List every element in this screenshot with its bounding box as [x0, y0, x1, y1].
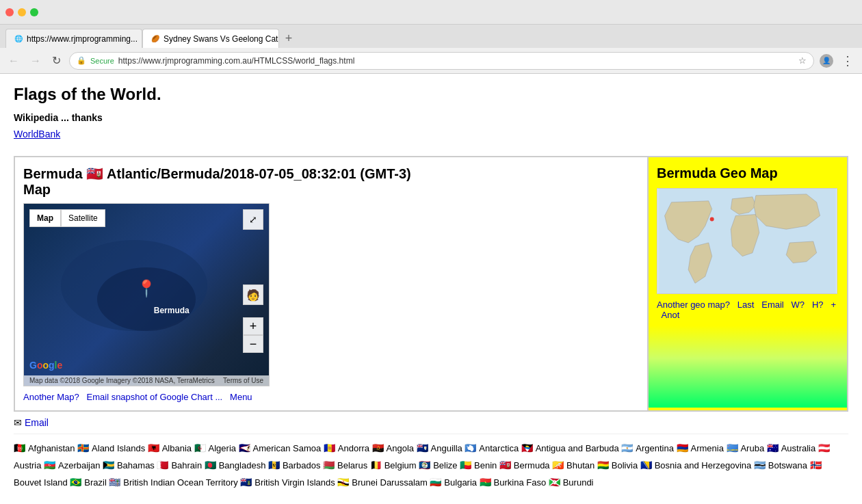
country-link[interactable]: Australia	[781, 443, 816, 453]
country-flag-emoji: 🇧🇫	[480, 477, 494, 488]
secure-label: Secure	[90, 57, 114, 65]
map-links: Another Map? Email snapshot of Google Ch…	[23, 392, 639, 402]
country-link[interactable]: Andorra	[338, 443, 369, 453]
zoom-out-button[interactable]: −	[243, 335, 263, 353]
country-link[interactable]: Bhutan	[566, 460, 595, 470]
chrome-menu-button[interactable]: ⋮	[839, 51, 857, 71]
country-link[interactable]: Aruba	[740, 443, 764, 453]
geo-plus-link[interactable]: +	[831, 300, 836, 310]
bermuda-map-heading: Map	[23, 182, 51, 197]
main-container: Bermuda 🇧🇲 Atlantic/Bermuda/2018-07-05_0…	[14, 156, 848, 412]
country-flag-emoji: 🇧🇯	[460, 460, 474, 470]
google-map[interactable]: Map Satellite ⤢ 📍 Bermuda 🧑 + − Google	[23, 203, 270, 386]
country-link[interactable]: Burundi	[563, 477, 594, 488]
country-link[interactable]: Antarctica	[479, 443, 519, 453]
map-terms-link[interactable]: Terms of Use	[223, 377, 263, 384]
country-link[interactable]: Algeria	[209, 443, 236, 453]
map-location-marker: 📍	[136, 279, 157, 298]
country-link[interactable]: Belarus	[337, 460, 367, 470]
country-link[interactable]: Albania	[162, 443, 192, 453]
country-link[interactable]: Argentina	[636, 443, 674, 453]
country-item: 🇦🇬 Antigua and Barbuda	[521, 443, 622, 453]
map-zoom-controls: + −	[243, 317, 263, 353]
worldbank-link[interactable]: WorldBank	[14, 129, 60, 140]
country-item: 🇧🇦 Bosnia and Herzegovina	[640, 460, 754, 470]
zoom-in-button[interactable]: +	[243, 317, 263, 335]
country-link[interactable]: Angola	[387, 443, 414, 453]
profile-button[interactable]: 👤	[820, 54, 833, 68]
country-link[interactable]: Anguilla	[431, 443, 462, 453]
another-map-link[interactable]: Another Map?	[23, 392, 79, 402]
tab1-favicon: 🌐	[14, 35, 23, 42]
country-link[interactable]: Bouvet Island	[14, 477, 68, 488]
country-link[interactable]: Bahrain	[171, 460, 202, 470]
geo-w-link[interactable]: W?	[792, 300, 805, 310]
country-link[interactable]: Bangladesh	[219, 460, 266, 470]
country-item: 🇧🇴 Bolivia	[597, 460, 640, 470]
country-link[interactable]: Bolivia	[612, 460, 638, 470]
country-link[interactable]: Bermuda	[514, 460, 550, 470]
page-content: Flags of the World. Wikipedia ... thanks…	[0, 74, 862, 504]
country-link[interactable]: Botswana	[768, 460, 807, 470]
country-link[interactable]: Brazil	[84, 477, 107, 488]
country-link[interactable]: Bosnia and Herzegovina	[655, 460, 752, 470]
bermuda-country-name: Bermuda	[23, 166, 83, 181]
page-title-link[interactable]: .	[157, 85, 161, 103]
country-link[interactable]: Barbados	[283, 460, 321, 470]
country-link[interactable]: Brunei Darussalam	[352, 477, 428, 488]
country-flag-emoji: 🇦🇫	[14, 442, 28, 453]
geo-map-title: Bermuda Geo Map	[657, 165, 839, 181]
email-snapshot-link[interactable]: Email snapshot of Google Chart ...	[87, 392, 223, 402]
map-type-controls: Map Satellite	[29, 209, 105, 227]
geo-email-link[interactable]: Email	[761, 300, 784, 310]
country-link[interactable]: Burkina Faso	[494, 477, 547, 488]
country-link[interactable]: British Indian Ocean Territory	[123, 477, 237, 488]
country-item: 🇧🇼 Botswana	[754, 460, 810, 470]
country-link[interactable]: Bulgaria	[444, 477, 477, 488]
reload-button[interactable]: ↻	[49, 51, 64, 70]
another-geo-map-link[interactable]: Another geo map?	[657, 300, 730, 310]
country-item: 🇧🇮 Burundi	[549, 477, 594, 488]
map-type-map-button[interactable]: Map	[29, 209, 61, 227]
country-flag-emoji: 🇦🇹	[818, 442, 830, 453]
country-item: 🇦🇺 Australia	[767, 443, 818, 453]
country-link[interactable]: American Samoa	[253, 443, 322, 453]
map-fullscreen-button[interactable]: ⤢	[243, 209, 263, 230]
country-item: 🇦🇶 Antarctica	[465, 443, 521, 453]
bookmark-icon[interactable]: ☆	[798, 55, 807, 66]
country-flag-emoji: 🇧🇹	[552, 460, 566, 470]
country-link[interactable]: Antigua and Barbuda	[536, 443, 619, 453]
url-bar[interactable]: 🔒 Secure https://www.rjmprogramming.com.…	[69, 52, 814, 70]
menu-link[interactable]: Menu	[230, 392, 252, 402]
country-link[interactable]: Azerbaijan	[58, 460, 100, 470]
country-flag-emoji: 🇦🇬	[521, 442, 536, 453]
tab1-label: https://www.rjmprogramming...	[27, 34, 138, 44]
country-link[interactable]: Austria	[14, 460, 41, 470]
email-envelope-icon: ✉	[14, 417, 22, 428]
street-view-button[interactable]: 🧑	[243, 284, 263, 305]
geo-anot-link[interactable]: Anot	[662, 310, 680, 320]
country-link[interactable]: Belize	[433, 460, 457, 470]
maximize-button[interactable]	[30, 8, 38, 16]
country-link[interactable]: Aland Islands	[92, 443, 145, 453]
map-type-satellite-button[interactable]: Satellite	[61, 209, 105, 227]
country-link[interactable]: Belgium	[384, 460, 417, 470]
email-link[interactable]: Email	[25, 417, 49, 428]
country-link[interactable]: British Virgin Islands	[254, 477, 335, 488]
country-link[interactable]: Bahamas	[117, 460, 155, 470]
country-link[interactable]: Afghanistan	[28, 443, 75, 453]
geo-h-link[interactable]: H?	[812, 300, 824, 310]
tab-2[interactable]: 🏉 Sydney Swans Vs Geelong Cat... ✕	[142, 29, 279, 48]
tab-1[interactable]: 🌐 https://www.rjmprogramming... ✕	[5, 29, 142, 48]
tab2-label: Sydney Swans Vs Geelong Cat...	[164, 34, 279, 44]
country-flag-emoji: 🇧🇸	[103, 460, 117, 470]
minimize-button[interactable]	[18, 8, 26, 16]
forward-button[interactable]: →	[27, 52, 44, 70]
new-tab-button[interactable]: +	[279, 29, 298, 48]
back-button[interactable]: ←	[5, 52, 22, 70]
country-link[interactable]: Benin	[474, 460, 497, 470]
country-link[interactable]: Armenia	[690, 443, 723, 453]
country-flag-emoji: 🇧🇾	[323, 460, 337, 470]
close-button[interactable]	[5, 8, 14, 16]
geo-last-link[interactable]: Last	[737, 300, 755, 310]
